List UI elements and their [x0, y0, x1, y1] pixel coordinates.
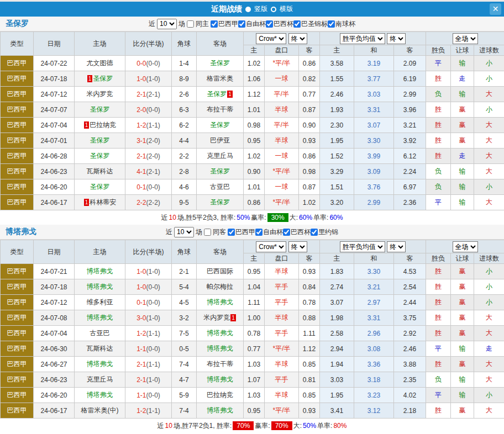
cell-avg-home: 1.95 — [320, 133, 354, 149]
cell-odds-away: 0.87 — [299, 102, 320, 118]
cell-odds-away: 0.84 — [299, 279, 320, 295]
cell-avg-home: 3.41 — [320, 403, 354, 419]
cell-league: 巴西甲 — [1, 149, 34, 164]
avg-time-select[interactable]: 终 — [387, 241, 406, 252]
cell-corners: 2-2 — [172, 149, 197, 164]
cell-home-team: 博塔弗戈 — [75, 264, 125, 279]
league-checkbox[interactable] — [266, 20, 273, 28]
cell-avg-home: 2.94 — [320, 341, 354, 357]
league-checkbox[interactable] — [328, 20, 335, 28]
cell-goals-result: 小 — [474, 264, 504, 279]
avg-select[interactable]: 胜平负均值 — [340, 241, 385, 252]
cell-league: 巴西甲 — [1, 310, 34, 326]
match-count-select[interactable]: 10 — [157, 19, 177, 29]
summary-part: 场,胜5平2负3, 胜率: — [177, 213, 235, 223]
cell-date: 24-07-07 — [34, 102, 75, 118]
cell-corners: 4-7 — [172, 372, 197, 388]
league-checkbox-item[interactable]: 自由杯 — [255, 227, 283, 237]
league-checkbox-item[interactable]: 巴圣锦标 — [293, 19, 328, 29]
league-label: 巴西甲 — [235, 227, 255, 237]
cell-away-team: 博塔弗戈 — [197, 372, 244, 388]
same-venue-label: 同客 — [213, 227, 226, 237]
scope-select[interactable]: 全场 — [453, 33, 478, 44]
league-label: 南球杯 — [335, 19, 355, 29]
league-checkbox-item[interactable]: 自由杯 — [238, 19, 266, 29]
cell-corners: 3-2 — [172, 310, 197, 326]
cell-home-team: 1圣保罗 — [75, 71, 125, 87]
cell-league: 巴西甲 — [1, 357, 34, 372]
league-checkbox[interactable] — [255, 229, 262, 236]
fulltime-score: 0-0 — [136, 60, 146, 67]
cell-handicap-result: 输 — [451, 341, 474, 357]
league-checkbox-item[interactable]: 南球杯 — [328, 19, 355, 29]
bookmaker-select[interactable]: Crow* — [256, 241, 286, 252]
cell-odds-home: 1.02 — [244, 56, 265, 71]
cell-away-team: 克里丘马 — [197, 149, 244, 164]
team-label: 古亚巴 — [210, 183, 230, 190]
league-checkbox-item[interactable]: 巴西甲 — [211, 19, 238, 29]
cell-handicap: 平手 — [265, 279, 299, 295]
cell-avg-away: 3.21 — [394, 118, 426, 133]
same-venue-checkbox[interactable] — [187, 20, 194, 28]
summary-part: 赢率: — [255, 421, 270, 431]
halftime-score: (0-0) — [146, 299, 160, 306]
cell-handicap-result: 赢 — [451, 403, 474, 419]
cell-score: 3-0(1-0) — [125, 310, 172, 326]
cell-result: 胜 — [426, 326, 451, 341]
cell-league: 巴西甲 — [1, 56, 34, 71]
league-checkbox[interactable] — [293, 20, 301, 28]
league-checkbox[interactable] — [238, 20, 245, 28]
scope-select[interactable]: 全场 — [453, 241, 478, 252]
league-checkbox[interactable] — [311, 229, 318, 236]
same-venue-checkbox[interactable] — [204, 229, 211, 236]
cell-odds-away: 0.93 — [299, 264, 320, 279]
horizontal-label[interactable]: 横版 — [280, 4, 293, 14]
cell-date: 24-07-04 — [34, 326, 75, 341]
team-label: 古亚巴 — [90, 329, 110, 337]
col-header-score: 比分(半场) — [125, 240, 172, 264]
league-checkbox[interactable] — [228, 229, 235, 236]
avg-time-select[interactable]: 终 — [387, 33, 406, 44]
league-checkbox-item[interactable]: 巴西杯 — [283, 227, 311, 237]
cell-avg-draw: 3.76 — [354, 179, 394, 195]
cell-avg-away: 2.36 — [394, 195, 426, 210]
fulltime-score: 2-0 — [136, 106, 146, 114]
cell-home-team: 博塔弗戈 — [75, 279, 125, 295]
match-count-select[interactable]: 10 — [174, 227, 194, 237]
sub-header-odds-home: 主 — [244, 45, 265, 56]
fulltime-score: 2-2 — [136, 199, 146, 207]
col-header-date: 日期 — [34, 240, 75, 264]
vertical-radio[interactable] — [245, 7, 251, 12]
cell-odds-away: 1.12 — [299, 341, 320, 357]
cell-away-team: 米内罗竞1 — [197, 310, 244, 326]
team-label: 博塔弗戈 — [207, 298, 233, 306]
cell-date: 24-07-01 — [34, 133, 75, 149]
odds-time-select[interactable]: 终 — [288, 33, 307, 44]
filter-controls: 近 10 场 同客 巴西甲自由杯巴西杯里约锦 — [166, 227, 338, 237]
cell-league: 巴西甲 — [1, 71, 34, 87]
close-icon[interactable]: ✕ — [490, 3, 501, 15]
league-checkbox-item[interactable]: 巴西甲 — [228, 227, 255, 237]
cell-handicap: 一球 — [265, 149, 299, 164]
horizontal-radio[interactable] — [271, 7, 276, 12]
avg-select[interactable]: 胜平负均值 — [340, 33, 385, 44]
league-checkbox[interactable] — [211, 20, 218, 28]
vertical-label[interactable]: 竖版 — [254, 4, 267, 14]
sub-header-odds-away: 客 — [299, 45, 320, 56]
sub-header-avg-draw: 和 — [354, 253, 394, 264]
league-checkbox-group: 巴西甲自由杯巴西杯里约锦 — [228, 227, 338, 237]
odds-time-select[interactable]: 终 — [288, 241, 307, 252]
cell-goals-result: 大 — [474, 372, 504, 388]
league-label: 自由杯 — [246, 19, 266, 29]
bookmaker-select[interactable]: Crow* — [256, 33, 286, 44]
match-row: 巴西甲24-06-23瓦斯科达4-1(2-1)2-8圣保罗0.90*平/半0.9… — [1, 164, 504, 179]
league-checkbox-item[interactable]: 巴西杯 — [266, 19, 293, 29]
league-checkbox[interactable] — [283, 229, 290, 236]
league-checkbox-item[interactable]: 里约锦 — [311, 227, 338, 237]
cell-avg-home: 1.55 — [320, 71, 354, 87]
summary-part: 大: — [293, 421, 302, 431]
cell-avg-away: 2.92 — [394, 326, 426, 341]
cell-result: 胜 — [426, 357, 451, 372]
summary-row: 近10场,胜5平2负3, 胜率:50% 赢率:30% 大:60% 单率:60% — [0, 210, 504, 225]
cell-avg-draw: 3.12 — [354, 403, 394, 419]
